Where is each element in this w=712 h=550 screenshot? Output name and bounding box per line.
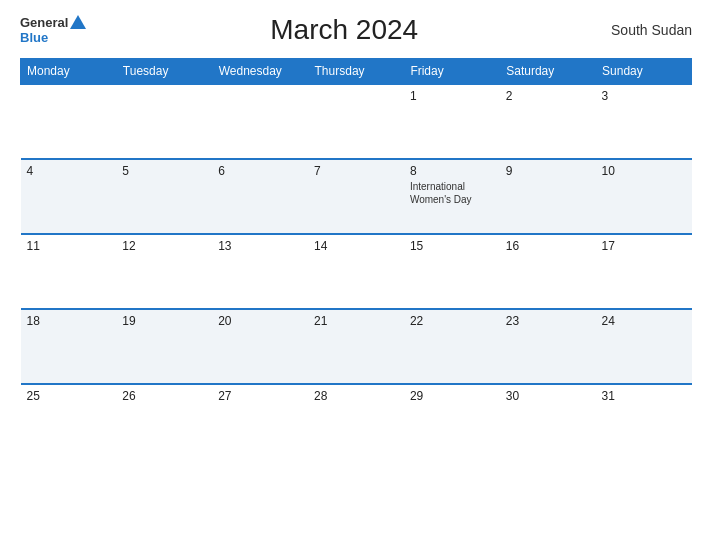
- calendar-cell: [116, 84, 212, 159]
- day-number: 22: [410, 314, 494, 328]
- calendar-cell: 30: [500, 384, 596, 459]
- calendar-cell: 3: [596, 84, 692, 159]
- day-number: 16: [506, 239, 590, 253]
- calendar-cell: [212, 84, 308, 159]
- calendar-cell: 6: [212, 159, 308, 234]
- day-number: 1: [410, 89, 494, 103]
- calendar-cell: 9: [500, 159, 596, 234]
- header-friday: Friday: [404, 59, 500, 85]
- calendar-cell: 25: [21, 384, 117, 459]
- header-saturday: Saturday: [500, 59, 596, 85]
- calendar-title: March 2024: [86, 14, 602, 46]
- calendar-cell: 15: [404, 234, 500, 309]
- day-number: 9: [506, 164, 590, 178]
- day-number: 7: [314, 164, 398, 178]
- day-number: 26: [122, 389, 206, 403]
- calendar-cell: 22: [404, 309, 500, 384]
- event-label: International Women's Day: [410, 180, 494, 206]
- header: General Blue March 2024 South Sudan: [20, 10, 692, 50]
- day-number: 27: [218, 389, 302, 403]
- header-thursday: Thursday: [308, 59, 404, 85]
- calendar-cell: 18: [21, 309, 117, 384]
- day-number: 18: [27, 314, 111, 328]
- header-tuesday: Tuesday: [116, 59, 212, 85]
- calendar-cell: 10: [596, 159, 692, 234]
- day-number: 17: [602, 239, 686, 253]
- day-number: 12: [122, 239, 206, 253]
- day-number: 5: [122, 164, 206, 178]
- day-number: 2: [506, 89, 590, 103]
- day-number: 4: [27, 164, 111, 178]
- calendar-table: Monday Tuesday Wednesday Thursday Friday…: [20, 58, 692, 459]
- day-number: 15: [410, 239, 494, 253]
- calendar-cell: 13: [212, 234, 308, 309]
- day-number: 19: [122, 314, 206, 328]
- calendar-cell: 4: [21, 159, 117, 234]
- logo-blue-text: Blue: [20, 30, 48, 45]
- day-number: 30: [506, 389, 590, 403]
- calendar-cell: [308, 84, 404, 159]
- calendar-week-row: 25262728293031: [21, 384, 692, 459]
- calendar-cell: 12: [116, 234, 212, 309]
- calendar-cell: 11: [21, 234, 117, 309]
- calendar-cell: 26: [116, 384, 212, 459]
- day-number: 29: [410, 389, 494, 403]
- calendar-cell: 5: [116, 159, 212, 234]
- day-number: 11: [27, 239, 111, 253]
- day-number: 28: [314, 389, 398, 403]
- day-number: 31: [602, 389, 686, 403]
- header-wednesday: Wednesday: [212, 59, 308, 85]
- logo-triangle-icon: [70, 15, 86, 29]
- calendar-cell: 1: [404, 84, 500, 159]
- day-number: 10: [602, 164, 686, 178]
- calendar-week-row: 18192021222324: [21, 309, 692, 384]
- logo: General Blue: [20, 15, 86, 45]
- calendar-cell: 16: [500, 234, 596, 309]
- day-number: 21: [314, 314, 398, 328]
- calendar-cell: 14: [308, 234, 404, 309]
- calendar-cell: 17: [596, 234, 692, 309]
- day-number: 24: [602, 314, 686, 328]
- calendar-cell: 28: [308, 384, 404, 459]
- calendar-cell: 2: [500, 84, 596, 159]
- calendar-cell: 20: [212, 309, 308, 384]
- calendar-week-row: 123: [21, 84, 692, 159]
- day-number: 8: [410, 164, 494, 178]
- calendar-cell: 21: [308, 309, 404, 384]
- header-sunday: Sunday: [596, 59, 692, 85]
- calendar-week-row: 45678International Women's Day910: [21, 159, 692, 234]
- day-number: 13: [218, 239, 302, 253]
- calendar-cell: 23: [500, 309, 596, 384]
- day-number: 3: [602, 89, 686, 103]
- weekday-header-row: Monday Tuesday Wednesday Thursday Friday…: [21, 59, 692, 85]
- calendar-cell: 19: [116, 309, 212, 384]
- day-number: 6: [218, 164, 302, 178]
- calendar-cell: 27: [212, 384, 308, 459]
- calendar-cell: 7: [308, 159, 404, 234]
- header-monday: Monday: [21, 59, 117, 85]
- calendar-cell: 29: [404, 384, 500, 459]
- calendar-cell: 8International Women's Day: [404, 159, 500, 234]
- day-number: 14: [314, 239, 398, 253]
- logo-general-text: General: [20, 15, 68, 30]
- day-number: 25: [27, 389, 111, 403]
- page: General Blue March 2024 South Sudan Mond…: [0, 0, 712, 550]
- calendar-cell: 31: [596, 384, 692, 459]
- calendar-cell: [21, 84, 117, 159]
- calendar-cell: 24: [596, 309, 692, 384]
- calendar-week-row: 11121314151617: [21, 234, 692, 309]
- country-name: South Sudan: [602, 22, 692, 38]
- day-number: 23: [506, 314, 590, 328]
- day-number: 20: [218, 314, 302, 328]
